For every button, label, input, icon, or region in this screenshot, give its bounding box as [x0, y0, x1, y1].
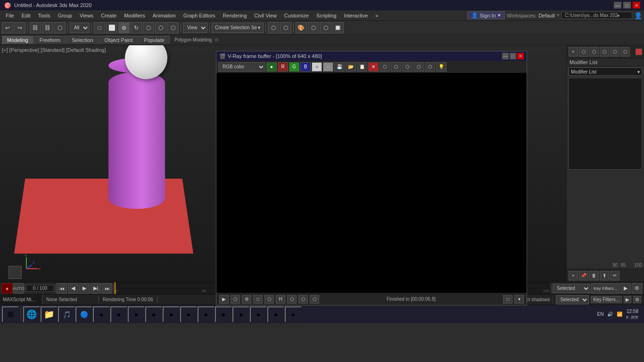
vray-stats-btn[interactable]: ⬡	[298, 295, 308, 304]
modifier-list-dropdown[interactable]: Modifier List ▾	[569, 67, 642, 76]
material-editor-button[interactable]: 🔲	[332, 22, 344, 33]
filter-btn[interactable]: ▶	[624, 296, 631, 303]
key-filters-bottom-button[interactable]: Key Filters...	[591, 296, 622, 303]
taskbar-app7[interactable]: ●	[128, 306, 145, 322]
vray-gray-btn[interactable]: ○	[323, 62, 333, 72]
create-selection-set-button[interactable]: Create Selection Se ▾	[212, 23, 264, 33]
lang-indicator[interactable]: EN	[597, 312, 604, 317]
link-button[interactable]: ⛓	[30, 22, 41, 33]
menu-rendering[interactable]: Rendering	[219, 12, 251, 19]
next-frame-button[interactable]: ▶|	[91, 283, 101, 294]
menu-interactive[interactable]: Interactive	[340, 12, 372, 19]
delete-modifier[interactable]: 🗑	[589, 271, 599, 280]
maximize-button[interactable]: □	[623, 2, 631, 8]
taskbar-app10[interactable]: ●	[180, 306, 197, 322]
vray-white-btn[interactable]: ○	[312, 62, 322, 72]
utilities-tab[interactable]: ⬡	[620, 47, 630, 57]
taskbar-app12[interactable]: ●	[215, 306, 232, 322]
redo-button[interactable]: ↪	[14, 22, 25, 33]
menu-more[interactable]: »	[372, 12, 382, 19]
menu-civil-view[interactable]: Civil View	[250, 12, 280, 19]
vray-correction-btn[interactable]: ⬡	[413, 62, 424, 72]
hierarchy-tab[interactable]: ⬡	[589, 47, 599, 57]
vray-channel-dropdown[interactable]: RGB color	[218, 62, 265, 72]
motion-tab[interactable]: ⬡	[600, 47, 609, 57]
menu-tools[interactable]: Tools	[34, 12, 54, 19]
render-frame-button[interactable]: ⬡	[320, 22, 331, 33]
render-setup-button[interactable]: 🎨	[296, 22, 307, 33]
play-button[interactable]: ▶	[79, 283, 90, 294]
taskbar-app6[interactable]: ●	[110, 306, 127, 322]
vray-compare-btn[interactable]: ⬡	[391, 62, 401, 72]
select-move-button[interactable]: ⊕	[118, 22, 130, 33]
vray-minimize-button[interactable]: —	[502, 53, 509, 59]
taskbar-clock[interactable]: 12:58 ۲۰/۲/۲	[626, 308, 638, 321]
menu-modifiers[interactable]: Modifiers	[120, 12, 149, 19]
vray-light-btn[interactable]: 💡	[436, 62, 446, 72]
vray-color-btn[interactable]: ●	[266, 62, 277, 72]
start-button[interactable]: ⊞	[2, 306, 19, 322]
taskbar-folder[interactable]: 📁	[41, 306, 58, 322]
filter-right-button[interactable]: ▶	[620, 283, 631, 294]
unlink-button[interactable]: ⛓	[42, 22, 53, 33]
pin-modifier[interactable]: 📌	[579, 271, 588, 280]
network-icon[interactable]: 📶	[617, 312, 622, 317]
vray-maximize-button[interactable]: □	[510, 53, 516, 59]
menu-animation[interactable]: Animation	[149, 12, 180, 19]
vray-open-btn[interactable]: 📂	[346, 62, 356, 72]
menu-group[interactable]: Group	[54, 12, 76, 19]
menu-graph-editors[interactable]: Graph Editors	[180, 12, 219, 19]
tab-object-paint[interactable]: Object Paint	[99, 36, 138, 44]
sign-in-button[interactable]: 👤 Sign In ▾	[467, 11, 505, 19]
menu-file[interactable]: File	[2, 12, 18, 19]
create-tab[interactable]: +	[569, 47, 578, 57]
vray-render-stop[interactable]: ⬡	[231, 295, 240, 304]
prev-frame-button[interactable]: ◀	[68, 283, 78, 294]
next-key-button[interactable]: ⏭	[102, 283, 112, 294]
taskbar-app14[interactable]: ●	[250, 306, 267, 322]
display-tab[interactable]: ⬡	[610, 47, 619, 57]
vray-close-button[interactable]: ✕	[517, 53, 524, 59]
select-scale-button[interactable]: ⬡	[143, 22, 154, 33]
taskbar-app9[interactable]: ●	[163, 306, 180, 322]
mirror-button[interactable]: ⬡	[167, 22, 179, 33]
taskbar-app15[interactable]: ●	[267, 306, 284, 322]
color-swatch[interactable]	[636, 49, 642, 55]
viewport-mini-button[interactable]	[8, 266, 22, 279]
vray-render-region[interactable]: □	[253, 295, 263, 304]
select-rotate-button[interactable]: ↻	[131, 22, 142, 33]
menu-views[interactable]: Views	[76, 12, 97, 19]
undo-button[interactable]: ↩	[2, 22, 13, 33]
vray-r-btn[interactable]: R	[278, 62, 288, 72]
set-key-mode-button[interactable]: ●	[2, 283, 12, 294]
taskbar-ie[interactable]: 🌐	[23, 306, 40, 322]
menu-customize[interactable]: Customize	[281, 12, 313, 19]
vray-toggle-btn[interactable]: ⬡	[287, 295, 297, 304]
user-icon[interactable]: 👤	[634, 12, 642, 19]
selected-dropdown[interactable]: Selected	[553, 284, 590, 293]
selection-filter-dropdown[interactable]: All	[70, 23, 90, 33]
select-region-button[interactable]: ⬜	[106, 22, 117, 33]
taskbar-app11[interactable]: ●	[198, 306, 215, 322]
settings-btn2[interactable]: ⚙	[633, 296, 641, 303]
sound-icon[interactable]: 🔊	[607, 312, 613, 317]
vray-b-btn[interactable]: B	[300, 62, 311, 72]
layer-button[interactable]: ⬡	[268, 22, 279, 33]
taskbar-chrome[interactable]: 🔵	[75, 306, 92, 322]
vray-render-settings[interactable]: ⚙	[242, 295, 251, 304]
taskbar-app13[interactable]: ●	[232, 306, 249, 322]
tab-freeform[interactable]: Freeform	[34, 36, 66, 44]
tab-populate[interactable]: Populate	[139, 36, 169, 44]
taskbar-media[interactable]: 🎵	[58, 306, 75, 322]
vray-settings-btn[interactable]: ▾	[514, 295, 524, 304]
taskbar-app5[interactable]: ●	[93, 306, 110, 322]
vray-expand-btn[interactable]: □	[503, 295, 512, 304]
minimize-button[interactable]: —	[614, 2, 621, 8]
maxscript-mini[interactable]: MAXScript Mi...	[0, 295, 42, 304]
add-modifier[interactable]: +	[569, 271, 578, 280]
key-filters-button[interactable]: Key Filters...	[591, 283, 619, 294]
taskbar-app16[interactable]: ●	[285, 306, 302, 322]
menu-edit[interactable]: Edit	[18, 12, 34, 19]
vray-render-start[interactable]: ▶	[219, 295, 229, 304]
menu-create[interactable]: Create	[97, 12, 120, 19]
